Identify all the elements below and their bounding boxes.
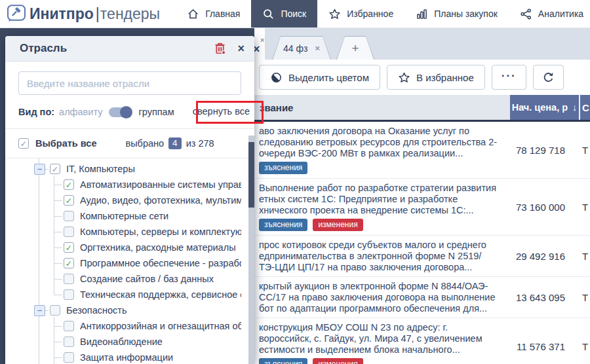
- tree-group-checkbox[interactable]: ✓: [50, 164, 60, 174]
- collapse-expander-icon[interactable]: −: [34, 305, 45, 316]
- tree-item-row[interactable]: Антикоррозийная и огнезащитная обра...: [20, 318, 241, 334]
- tree-item-checkbox[interactable]: [64, 227, 74, 237]
- annotation-highlight-box: [196, 101, 264, 124]
- more-options-button[interactable]: ···: [492, 65, 526, 90]
- status-badge: изменения: [313, 358, 363, 364]
- tree-item-label[interactable]: Оргтехника, расходные материалы: [80, 242, 236, 253]
- tree-item-row[interactable]: Техническая поддержка, сервисное обсл...: [20, 287, 241, 302]
- tabs-strip: × × 44 фз × +: [254, 27, 590, 60]
- more-options-label: ···: [502, 69, 517, 82]
- tree-item-row[interactable]: Видеонаблюдение: [20, 334, 241, 350]
- tree-item-row[interactable]: Компьютерные сети: [20, 208, 241, 224]
- tree-group-row[interactable]: −Безопасность: [20, 302, 241, 318]
- industry-tree: −✓IT, Компьютеры✓Автоматизированные сист…: [20, 161, 241, 364]
- tender-title-cell[interactable]: крытый аукцион в электронной форме N 884…: [254, 281, 513, 314]
- badge-list: зъяснения: [259, 161, 513, 175]
- tree-group-label[interactable]: IT, Компьютеры: [66, 164, 135, 174]
- table-row[interactable]: Выполнение работ по разработке стратегии…: [254, 179, 590, 236]
- industry-search-input[interactable]: [18, 71, 241, 95]
- tree-scrollbar[interactable]: [248, 136, 254, 364]
- tab-close-icon[interactable]: ×: [315, 43, 320, 53]
- tree-item-label[interactable]: Программное обеспечение - разработка...: [80, 258, 241, 268]
- next-column-cell: Т: [582, 281, 590, 314]
- tree-item-checkbox[interactable]: ✓: [64, 179, 74, 190]
- tree-item-label[interactable]: Создание сайтов / баз данных: [80, 274, 214, 284]
- add-tab-button[interactable]: +: [336, 36, 374, 60]
- select-all-label[interactable]: Выбрать все: [35, 138, 96, 149]
- view-mode-alphabet[interactable]: алфавиту: [59, 107, 102, 117]
- nav-item-label: Избранное: [347, 9, 393, 19]
- view-mode-groups[interactable]: группам: [138, 107, 174, 117]
- tree-group-label[interactable]: Безопасность: [66, 305, 127, 316]
- tree-group-row[interactable]: −✓IT, Компьютеры: [20, 161, 241, 177]
- tree-item-label[interactable]: Техническая поддержка, сервисное обсл...: [80, 289, 241, 300]
- tree-item-row[interactable]: Компьютеры, серверы и комплектующи...: [20, 224, 241, 240]
- panel-close-icon[interactable]: ×: [237, 43, 245, 54]
- tender-title-line: етных систем 1С: Предприятие и разработк…: [259, 194, 513, 205]
- tree-item-checkbox[interactable]: [64, 352, 74, 363]
- tree-item-label[interactable]: Компьютеры, серверы и комплектующи...: [80, 227, 241, 237]
- highlight-color-button[interactable]: Выделить цветом: [259, 65, 380, 90]
- topbar: Инитпро | тендеры ГлавнаяПоискИзбранноеП…: [0, 0, 590, 28]
- tree-item-checkbox[interactable]: ✓: [64, 195, 74, 206]
- highlight-color-label: Выделить цветом: [288, 72, 369, 83]
- clear-filter-trash-icon[interactable]: [214, 42, 226, 55]
- tree-item-label[interactable]: Автоматизированные системы управле...: [80, 179, 241, 190]
- tender-title-cell[interactable]: конструкция МБОУ СОШ N 23 по адресу: г.в…: [254, 322, 513, 364]
- tree-item-label[interactable]: Компьютерные сети: [80, 211, 168, 221]
- hidden-tab-partial[interactable]: × ×: [254, 27, 265, 60]
- tree-item-checkbox[interactable]: [64, 274, 74, 284]
- tab-label: 44 фз: [283, 43, 307, 54]
- tree-item-checkbox[interactable]: [64, 289, 74, 300]
- tender-title-cell[interactable]: Выполнение работ по разработке стратегии…: [254, 183, 513, 232]
- tree-item-label[interactable]: Антикоррозийная и огнезащитная обра...: [80, 321, 241, 331]
- add-favorite-button[interactable]: В избранное: [387, 65, 485, 90]
- status-badge: изменения: [313, 219, 363, 231]
- tree-item-row[interactable]: Создание сайтов / баз данных: [20, 271, 241, 287]
- tree-item-checkbox[interactable]: ✓: [64, 258, 74, 268]
- toggle-knob[interactable]: [120, 106, 132, 118]
- table-row[interactable]: аво заключения договора на Оказание услу…: [254, 122, 590, 179]
- tree-item-checkbox[interactable]: ✓: [64, 242, 74, 253]
- view-mode-toggle[interactable]: [109, 107, 132, 117]
- tree-children-group: Антикоррозийная и огнезащитная обра...Ви…: [20, 318, 241, 364]
- next-column-cell: Т: [582, 183, 590, 232]
- results-toolbar: Выделить цветомВ избранное···: [254, 60, 590, 95]
- table-header: звание Нач. цена, р ↓ С: [254, 95, 590, 122]
- table-row[interactable]: прос котировок среди субъектов малого и …: [254, 236, 590, 277]
- table-row[interactable]: конструкция МБОУ СОШ N 23 по адресу: г.в…: [254, 318, 590, 364]
- nav-item-bar-chart[interactable]: Планы закупок: [404, 0, 509, 27]
- app-logo[interactable]: Инитпро | тендеры: [7, 4, 160, 24]
- select-all-row: ✓ Выбрать все выбрано 4 из 278: [18, 134, 241, 153]
- column-header-next[interactable]: С: [579, 95, 590, 120]
- nav-item-analytics[interactable]: Аналитика: [509, 0, 590, 27]
- column-header-price[interactable]: Нач. цена, р ↓: [510, 95, 579, 120]
- table-row[interactable]: крытый аукцион в электронной форме N 884…: [254, 277, 590, 318]
- tree-item-row[interactable]: ✓Программное обеспечение - разработка...: [20, 255, 241, 271]
- tree-item-label[interactable]: Аудио, видео, фототехника, мультимеди...: [80, 195, 241, 206]
- tree-item-checkbox[interactable]: [64, 211, 74, 221]
- tree-item-checkbox[interactable]: [64, 337, 74, 347]
- collapse-expander-icon[interactable]: −: [34, 164, 45, 175]
- nav-item-home[interactable]: Главная: [176, 0, 251, 27]
- tree-item-label[interactable]: Защита информации: [80, 352, 173, 363]
- tender-title-cell[interactable]: прос котировок среди субъектов малого и …: [254, 240, 513, 273]
- tree-item-row[interactable]: ✓Оргтехника, расходные материалы: [20, 240, 241, 255]
- tender-title-cell[interactable]: аво заключения договора на Оказание услу…: [254, 126, 513, 175]
- tree-item-row[interactable]: ✓Аудио, видео, фототехника, мультимеди..…: [20, 192, 241, 208]
- nav-item-search[interactable]: Поиск: [251, 0, 317, 27]
- hidden-tab-close-small-icon[interactable]: ×: [260, 36, 264, 44]
- tree-item-row[interactable]: ✓Автоматизированные системы управле...: [20, 177, 241, 192]
- refresh-button[interactable]: [533, 65, 564, 90]
- nav-item-star[interactable]: Избранное: [317, 0, 404, 27]
- tree-item-row[interactable]: Защита информации: [20, 350, 241, 364]
- tree-group-checkbox[interactable]: [50, 305, 60, 316]
- tree-item-checkbox[interactable]: [64, 321, 74, 331]
- tab-44fz[interactable]: 44 фз ×: [272, 36, 331, 60]
- tender-title-line: хнического проекта на внедрение системы …: [259, 205, 513, 216]
- tree-item-label[interactable]: Видеонаблюдение: [80, 337, 163, 347]
- column-header-name[interactable]: звание: [254, 95, 510, 120]
- select-all-checkbox[interactable]: ✓: [18, 138, 29, 149]
- star-icon: [328, 8, 341, 20]
- tree-scrollbar-thumb[interactable]: [248, 142, 254, 208]
